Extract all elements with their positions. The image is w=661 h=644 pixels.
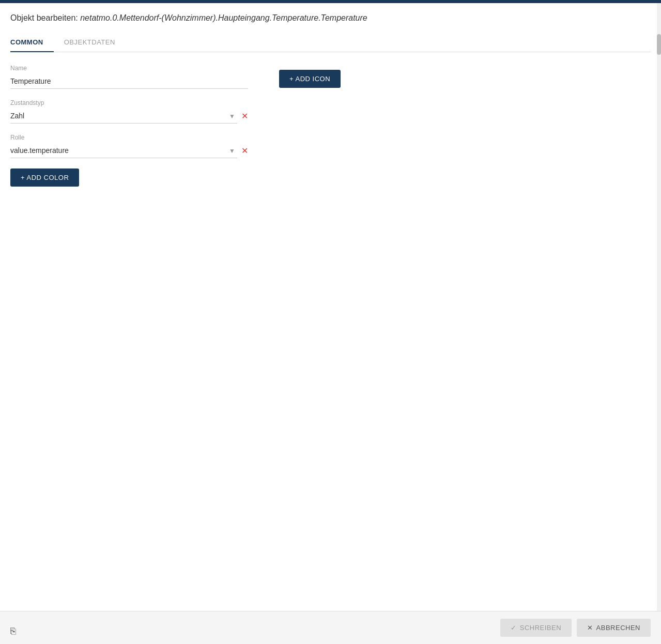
name-input[interactable]	[10, 74, 248, 89]
rolle-select[interactable]: value.temperature	[10, 143, 237, 158]
content-area: Name Zustandstyp Zahl ▼ ✕ Rolle	[10, 65, 651, 187]
scrollbar-thumb[interactable]	[657, 34, 661, 55]
zustandstyp-group: Zustandstyp Zahl ▼ ✕	[10, 99, 248, 124]
tabs-container: COMMON OBJEKTDATEN	[10, 33, 651, 52]
left-panel: Name Zustandstyp Zahl ▼ ✕ Rolle	[10, 65, 248, 187]
rolle-label: Rolle	[10, 134, 248, 141]
tab-objektdaten[interactable]: OBJEKTDATEN	[64, 33, 126, 52]
main-container: Objekt bearbeiten: netatmo.0.Mettendorf-…	[0, 3, 661, 228]
rolle-group: Rolle value.temperature ▼ ✕	[10, 134, 248, 158]
zustandstyp-label: Zustandstyp	[10, 99, 248, 106]
cancel-button[interactable]: ✕ ABBRECHEN	[577, 619, 651, 637]
rolle-row: value.temperature ▼ ✕	[10, 143, 248, 158]
page-title: Objekt bearbeiten: netatmo.0.Mettendorf-…	[10, 13, 651, 23]
rolle-clear-button[interactable]: ✕	[237, 146, 248, 156]
zustandstyp-row: Zahl ▼ ✕	[10, 109, 248, 124]
footer: ⎘ ✓ SCHREIBEN ✕ ABBRECHEN	[0, 611, 661, 644]
name-group: Name	[10, 65, 248, 89]
check-icon: ✓	[511, 624, 517, 632]
write-button: ✓ SCHREIBEN	[500, 619, 572, 637]
right-panel: + ADD ICON	[279, 65, 651, 187]
page-title-prefix: Objekt bearbeiten:	[10, 13, 80, 22]
zustandstyp-select-wrapper: Zahl ▼	[10, 109, 237, 124]
scrollbar[interactable]	[657, 3, 661, 613]
zustandstyp-clear-button[interactable]: ✕	[237, 111, 248, 121]
x-icon: ✕	[587, 624, 593, 632]
add-color-button[interactable]: + ADD COLOR	[10, 168, 79, 187]
name-label: Name	[10, 65, 248, 72]
tab-common[interactable]: COMMON	[10, 33, 54, 52]
add-icon-button[interactable]: + ADD ICON	[279, 70, 341, 88]
write-label: SCHREIBEN	[520, 624, 561, 632]
rolle-select-wrapper: value.temperature ▼	[10, 143, 237, 158]
copy-icon[interactable]: ⎘	[10, 626, 16, 637]
cancel-label: ABBRECHEN	[596, 624, 640, 632]
object-path: netatmo.0.Mettendorf-(Wohnzimmer).Haupte…	[80, 13, 367, 22]
zustandstyp-select[interactable]: Zahl	[10, 109, 237, 124]
